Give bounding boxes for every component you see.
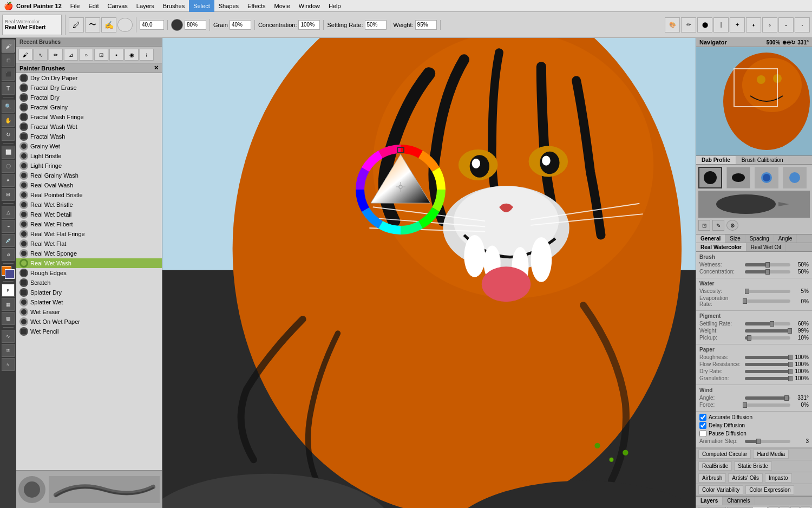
magic-wand-tool[interactable]: ✦ bbox=[2, 174, 15, 187]
dab-icon-3[interactable]: ⚙ bbox=[726, 220, 738, 231]
static-bristle-btn[interactable]: Static Bristle bbox=[734, 461, 772, 471]
menu-canvas[interactable]: Canvas bbox=[103, 0, 132, 12]
brush-fractal-grainy[interactable]: Fractal Grainy bbox=[16, 102, 162, 112]
foreground-color[interactable] bbox=[2, 266, 15, 279]
brush-splatter-dry[interactable]: Splatter Dry bbox=[16, 288, 162, 297]
gradient-tool[interactable]: ▦ bbox=[2, 298, 15, 311]
weight-input[interactable] bbox=[415, 20, 437, 30]
recent-brush-2[interactable]: ∿ bbox=[34, 49, 48, 61]
tool-r5[interactable]: ✦ bbox=[730, 17, 745, 32]
liquify-tool[interactable]: ≈ bbox=[2, 358, 15, 371]
text-tool[interactable]: T bbox=[2, 82, 15, 95]
menu-effects[interactable]: Effects bbox=[243, 0, 270, 12]
pen-tool[interactable]: ⌁ bbox=[2, 220, 15, 233]
roughness-slider[interactable] bbox=[745, 356, 790, 359]
crop-tool[interactable]: ⊞ bbox=[2, 188, 15, 201]
recent-brush-3[interactable]: ✏ bbox=[49, 49, 63, 61]
eraser-tool[interactable]: ◻ bbox=[2, 54, 15, 67]
recent-brush-8[interactable]: ◉ bbox=[125, 49, 139, 61]
brush-light-fringe[interactable]: Light Fringe bbox=[16, 161, 162, 171]
brush-rough-edges[interactable]: Rough Edges bbox=[16, 268, 162, 278]
brush-real-grainy-wash[interactable]: Real Grainy Wash bbox=[16, 171, 162, 180]
navigator-content[interactable] bbox=[696, 47, 812, 155]
menu-select[interactable]: Select bbox=[189, 0, 214, 12]
tool-r8[interactable]: ⬩ bbox=[778, 17, 794, 32]
concentration-input[interactable] bbox=[298, 20, 320, 30]
menu-shapes[interactable]: Shapes bbox=[214, 0, 243, 12]
color-wheel[interactable] bbox=[352, 141, 449, 238]
brush-fractal-wash-fringe[interactable]: Fractal Wash Fringe bbox=[16, 112, 162, 122]
brush-grainy-wet[interactable]: Grainy Wet bbox=[16, 141, 162, 151]
recent-brush-5[interactable]: ○ bbox=[79, 49, 93, 61]
angle-slider[interactable] bbox=[745, 396, 790, 400]
tool-icon-4[interactable] bbox=[117, 18, 133, 32]
brush-wet-eraser[interactable]: Wet Eraser bbox=[16, 307, 162, 317]
real-bristle-btn[interactable]: RealBristle bbox=[698, 461, 732, 471]
tab-general[interactable]: General bbox=[696, 235, 725, 243]
concentration-slider[interactable] bbox=[745, 270, 790, 273]
dab-profile-tab[interactable]: Dab Profile bbox=[696, 156, 736, 164]
recent-brush-1[interactable]: 🖌 bbox=[18, 49, 32, 61]
pattern-tool[interactable]: ▩ bbox=[2, 312, 15, 325]
clone-tool[interactable]: ⌀ bbox=[2, 248, 15, 261]
canvas-area[interactable] bbox=[162, 38, 696, 508]
apple-menu[interactable]: 🍎 bbox=[0, 2, 16, 10]
fill-tool[interactable]: ⬛ bbox=[2, 68, 15, 81]
shape-tool[interactable]: △ bbox=[2, 206, 15, 219]
brush-real-wet-flat-fringe[interactable]: Real Wet Flat Fringe bbox=[16, 229, 162, 239]
navigator-controls[interactable]: ⊕⊖↻ bbox=[782, 40, 795, 45]
eyedropper-tool[interactable]: 💉 bbox=[2, 234, 15, 247]
dab-cell-1[interactable] bbox=[698, 167, 722, 188]
recent-brush-4[interactable]: ⊿ bbox=[64, 49, 78, 61]
menu-brushes[interactable]: Brushes bbox=[159, 0, 189, 12]
paper-color[interactable]: P bbox=[2, 284, 15, 297]
brush-fractal-dry-erase[interactable]: Fractal Dry Erase bbox=[16, 83, 162, 93]
dab-cell-4[interactable] bbox=[783, 167, 807, 188]
accurate-diffusion-cb[interactable] bbox=[699, 414, 706, 421]
brush-dry-on-dry[interactable]: Dry On Dry Paper bbox=[16, 73, 162, 83]
granulation-slider[interactable] bbox=[745, 377, 790, 380]
dab-icon-1[interactable]: ⊡ bbox=[698, 220, 710, 231]
dab-cell-3[interactable] bbox=[755, 167, 778, 188]
color-variability-btn[interactable]: Color Variability bbox=[698, 485, 743, 494]
brush-real-wet-sponge[interactable]: Real Wet Sponge bbox=[16, 249, 162, 258]
selection-tool[interactable]: ⬜ bbox=[2, 146, 15, 159]
weight-slider[interactable] bbox=[745, 329, 790, 333]
recent-brush-9[interactable]: ≀ bbox=[140, 49, 154, 61]
delay-diffusion-cb[interactable] bbox=[699, 422, 706, 429]
tool-r7[interactable]: ⬨ bbox=[762, 17, 777, 32]
brush-calibration-tab[interactable]: Brush Calibration bbox=[736, 156, 789, 164]
menu-help[interactable]: Help bbox=[324, 0, 345, 12]
brush-wet-pencil[interactable]: Wet Pencil bbox=[16, 327, 162, 336]
brush-real-wet-bristle[interactable]: Real Wet Bristle bbox=[16, 200, 162, 210]
menu-window[interactable]: Window bbox=[294, 0, 324, 12]
brush-real-oval-wash[interactable]: Real Oval Wash bbox=[16, 180, 162, 190]
artists-oils-btn[interactable]: Artists' Oils bbox=[728, 473, 763, 483]
settling-slider[interactable] bbox=[745, 322, 790, 325]
tab-spacing[interactable]: Spacing bbox=[745, 235, 774, 243]
tab-real-wet-oil[interactable]: Real Wet Oil bbox=[746, 243, 786, 251]
channels-tab[interactable]: Channels bbox=[723, 497, 755, 505]
tool-r6[interactable]: ⬧ bbox=[746, 17, 761, 32]
tool-r4[interactable]: | bbox=[713, 17, 729, 32]
flow-resistance-slider[interactable] bbox=[745, 363, 790, 366]
viscosity-slider[interactable] bbox=[745, 290, 790, 293]
brush-real-wet-detail[interactable]: Real Wet Detail bbox=[16, 210, 162, 219]
brush-fractal-dry[interactable]: Fractal Dry bbox=[16, 93, 162, 102]
tab-size[interactable]: Size bbox=[725, 235, 745, 243]
tool-icon-1[interactable]: 🖊 bbox=[69, 17, 84, 32]
tab-real-watercolor[interactable]: Real Watercolor bbox=[696, 243, 746, 251]
computed-circular-btn[interactable]: Computed Circular bbox=[698, 450, 751, 459]
tool-r3[interactable]: ⬤ bbox=[697, 17, 712, 32]
tool-r2[interactable]: ✏ bbox=[681, 17, 696, 32]
color-expression-btn[interactable]: Color Expression bbox=[745, 485, 794, 494]
brush-real-wet-flat[interactable]: Real Wet Flat bbox=[16, 239, 162, 249]
recent-brush-6[interactable]: ⊡ bbox=[94, 49, 108, 61]
blender-tool[interactable]: ∿ bbox=[2, 330, 15, 343]
tool-r9[interactable]: ⬪ bbox=[795, 17, 810, 32]
wetness-slider[interactable] bbox=[745, 263, 790, 266]
tool-icon-2[interactable]: 〜 bbox=[85, 17, 100, 32]
hard-media-btn[interactable]: Hard Media bbox=[753, 450, 789, 459]
rotate-tool[interactable]: ↻ bbox=[2, 128, 15, 141]
brush-splatter-wet[interactable]: Splatter Wet bbox=[16, 297, 162, 307]
